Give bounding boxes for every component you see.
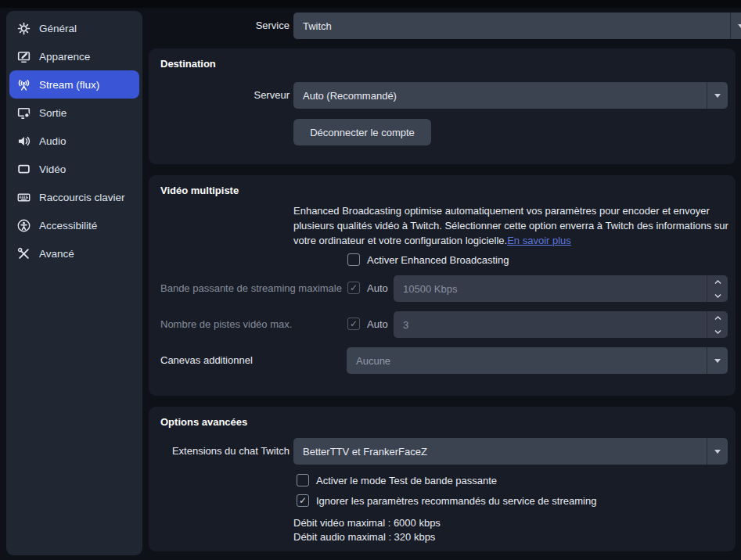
max-video-tracks-auto-label: Auto [367,318,388,330]
sidebar-item-general[interactable]: Général [9,14,139,42]
chat-extensions-dropdown[interactable]: BetterTTV et FrankerFaceZ [293,438,728,465]
sidebar-item-label: Audio [39,135,67,147]
keyboard-icon [17,191,31,204]
sidebar-item-advanced[interactable]: Avancé [9,239,139,267]
antenna-icon [17,78,31,92]
spin-up-button[interactable] [707,275,728,289]
additional-canvas-dropdown[interactable]: Aucune [347,347,728,374]
gear-icon [17,22,31,35]
output-record-icon [17,106,31,120]
sidebar-item-label: Avancé [39,248,74,260]
chat-extensions-arrow-button[interactable] [707,438,728,465]
disconnect-account-button[interactable]: Déconnecter le compte [293,119,431,145]
additional-canvas-value: Aucune [347,347,707,374]
max-bandwidth-spinbox[interactable]: 10500 Kbps [394,275,728,302]
chevron-up-icon [714,316,721,321]
chevron-up-icon [714,280,721,285]
max-video-tracks-auto-checkbox[interactable] [347,318,360,330]
sidebar-item-label: Raccourcis clavier [39,192,125,203]
max-video-tracks-spinbox[interactable]: 3 [394,311,728,338]
settings-sidebar: Général Apparence [6,11,142,555]
service-label: Service [142,13,290,39]
multitrack-video-section: Vidéo multipiste Enhanced Broadcasting o… [149,175,736,396]
bandwidth-test-checkbox[interactable] [297,474,309,486]
chevron-down-icon [738,24,741,28]
sidebar-item-appearance[interactable]: Apparence [9,42,139,70]
server-dropdown-arrow-button[interactable] [707,82,728,109]
max-video-tracks-value: 3 [394,311,707,338]
advanced-options-section: Options avancées Extensions du chat Twit… [149,407,736,551]
server-label: Serveur [149,82,290,109]
additional-canvas-arrow-button[interactable] [707,347,728,374]
learn-more-link[interactable]: En savoir plus [507,235,571,246]
chevron-down-icon [714,329,721,334]
bandwidth-test-label: Activer le mode Test de bande passante [316,475,497,486]
max-bandwidth-auto-row: Auto [347,282,388,294]
window-top-edge [0,0,741,8]
sidebar-item-hotkeys[interactable]: Raccourcis clavier [9,183,139,211]
destination-section-title: Destination [160,58,216,70]
sidebar-item-accessibility[interactable]: Accessibilité [9,211,139,239]
chat-extensions-value: BetterTTV et FrankerFaceZ [293,438,707,465]
max-bandwidth-auto-label: Auto [367,282,388,294]
server-dropdown-value: Auto (Recommandé) [293,82,707,109]
destination-section: Destination Serveur Auto (Recommandé) Dé… [149,48,736,164]
enable-enhanced-broadcasting-checkbox[interactable] [347,253,360,266]
sidebar-item-label: Général [39,23,77,34]
sidebar-item-label: Stream (flux) [39,79,99,91]
sidebar-item-stream[interactable]: Stream (flux) [9,70,139,99]
additional-canvas-label: Canevas additionnel [160,354,253,366]
service-dropdown-arrow-button[interactable] [730,13,741,39]
speaker-icon [17,135,31,148]
sidebar-item-label: Apparence [39,51,90,63]
max-bandwidth-label: Bande passante de streaming maximale [160,282,342,294]
settings-window: Général Apparence [0,0,741,560]
enhanced-broadcasting-description: Enhanced Broadcasting optimise automatiq… [293,203,728,248]
advanced-section-title: Options avancées [160,416,247,428]
sidebar-item-output[interactable]: Sortie [9,99,139,127]
max-bandwidth-spin-buttons [707,275,728,302]
max-video-tracks-label: Nombre de pistes vidéo max. [160,318,292,330]
sidebar-item-audio[interactable]: Audio [9,127,139,155]
spin-down-button[interactable] [707,325,728,338]
service-dropdown[interactable]: Twitch [293,13,741,39]
max-video-tracks-spin-buttons [707,311,728,338]
crossed-tools-icon [17,247,31,260]
bandwidth-test-row: Activer le mode Test de bande passante [297,474,497,486]
sidebar-item-label: Sortie [39,107,67,119]
accessibility-icon [17,219,31,232]
spin-down-button[interactable] [707,289,728,302]
ignore-recommended-row: Ignorer les paramètres recommandés du se… [297,494,596,507]
service-dropdown-value: Twitch [293,13,730,39]
chevron-down-icon [714,450,721,454]
max-bandwidth-value: 10500 Kbps [394,275,707,302]
max-video-tracks-auto-row: Auto [347,318,388,330]
display-edit-icon [17,50,31,63]
ignore-recommended-label: Ignorer les paramètres recommandés du se… [316,495,596,507]
ignore-recommended-checkbox[interactable] [297,494,309,507]
max-audio-bitrate-text: Débit audio maximal : 320 kbps [293,531,435,543]
enable-enhanced-broadcasting-row: Activer Enhanced Broadcasting [347,253,509,266]
chevron-down-icon [714,94,721,98]
monitor-icon [17,163,31,176]
sidebar-item-video[interactable]: Vidéo [9,155,139,183]
sidebar-item-label: Accessibilité [39,220,97,232]
chat-extensions-label: Extensions du chat Twitch [149,438,290,465]
sidebar-item-label: Vidéo [39,163,66,175]
enable-enhanced-broadcasting-label: Activer Enhanced Broadcasting [367,254,509,266]
chevron-down-icon [714,293,721,298]
spin-up-button[interactable] [707,311,728,325]
multitrack-section-title: Vidéo multipiste [160,185,239,196]
server-dropdown[interactable]: Auto (Recommandé) [293,82,728,109]
max-video-bitrate-text: Débit vidéo maximal : 6000 kbps [293,517,441,529]
chevron-down-icon [714,359,721,363]
max-bandwidth-auto-checkbox[interactable] [347,282,360,294]
